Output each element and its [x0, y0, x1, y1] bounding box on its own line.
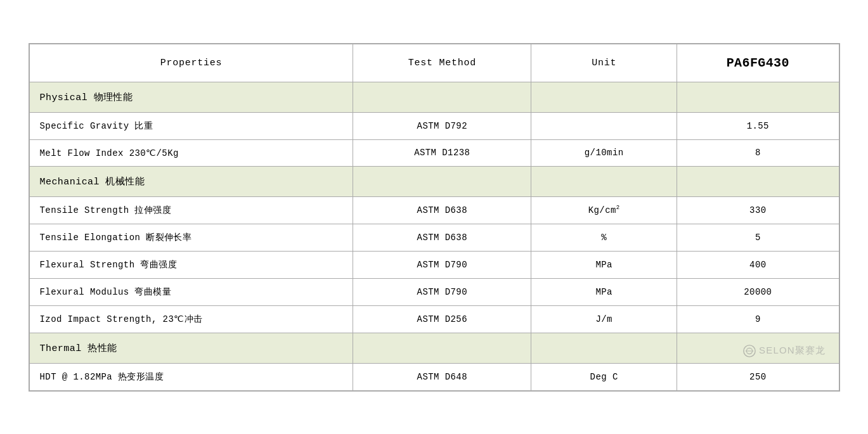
- cell-properties: Physical 物理性能: [29, 82, 353, 112]
- cell-properties: Tensile Strength 拉伸强度: [29, 196, 353, 224]
- cell-testmethod: ASTM D256: [353, 305, 531, 333]
- cell-value: SELON聚赛龙: [677, 333, 839, 363]
- cell-value: 1.55: [677, 112, 839, 139]
- main-table-wrapper: Properties Test Method Unit PA6FG430 Phy…: [29, 43, 840, 392]
- cell-value: 250: [677, 363, 839, 390]
- cell-testmethod: ASTM D790: [353, 251, 531, 278]
- cell-properties: Mechanical 机械性能: [29, 166, 353, 196]
- cell-properties: Flexural Modulus 弯曲模量: [29, 278, 353, 305]
- header-unit: Unit: [531, 44, 677, 82]
- cell-value: 20000: [677, 278, 839, 305]
- cell-testmethod: [353, 166, 531, 196]
- cell-unit: g/10min: [531, 139, 677, 166]
- cell-properties: HDT @ 1.82MPa 热变形温度: [29, 363, 353, 390]
- cell-testmethod: ASTM D648: [353, 363, 531, 390]
- cell-testmethod: ASTM D638: [353, 196, 531, 224]
- cell-unit: MPa: [531, 278, 677, 305]
- table-row: Tensile Strength 拉伸强度ASTM D638Kg/cm2330: [29, 196, 839, 224]
- cell-testmethod: ASTM D1238: [353, 139, 531, 166]
- cell-unit: [531, 166, 677, 196]
- cell-unit: Deg C: [531, 363, 677, 390]
- table-row: Melt Flow Index 230℃/5KgASTM D1238g/10mi…: [29, 139, 839, 166]
- cell-unit: [531, 333, 677, 363]
- header-value: PA6FG430: [677, 44, 839, 82]
- category-row: Thermal 热性能 SELON聚赛龙: [29, 333, 839, 363]
- header-properties: Properties: [29, 44, 353, 82]
- cell-unit: [531, 112, 677, 139]
- cell-value: 330: [677, 196, 839, 224]
- table-row: Flexural Modulus 弯曲模量ASTM D790MPa20000: [29, 278, 839, 305]
- cell-value: [677, 166, 839, 196]
- table-header-row: Properties Test Method Unit PA6FG430: [29, 44, 839, 82]
- svg-point-0: [744, 345, 755, 356]
- cell-properties: Flexural Strength 弯曲强度: [29, 251, 353, 278]
- cell-unit: Kg/cm2: [531, 196, 677, 224]
- cell-value: 9: [677, 305, 839, 333]
- table-row: Specific Gravity 比重ASTM D7921.55: [29, 112, 839, 139]
- table-row: Tensile Elongation 断裂伸长率ASTM D638%5: [29, 224, 839, 251]
- cell-value: [677, 82, 839, 112]
- cell-testmethod: [353, 333, 531, 363]
- category-row: Mechanical 机械性能: [29, 166, 839, 196]
- category-row: Physical 物理性能: [29, 82, 839, 112]
- table-row: Izod Impact Strength, 23℃冲击ASTM D256J/m9: [29, 305, 839, 333]
- cell-unit: J/m: [531, 305, 677, 333]
- cell-value: 5: [677, 224, 839, 251]
- watermark: SELON聚赛龙: [742, 344, 826, 358]
- cell-testmethod: ASTM D792: [353, 112, 531, 139]
- cell-unit: [531, 82, 677, 112]
- cell-value: 400: [677, 251, 839, 278]
- cell-unit: %: [531, 224, 677, 251]
- svg-point-1: [746, 348, 752, 354]
- cell-properties: Specific Gravity 比重: [29, 112, 353, 139]
- table-row: HDT @ 1.82MPa 热变形温度ASTM D648Deg C250: [29, 363, 839, 390]
- cell-testmethod: ASTM D790: [353, 278, 531, 305]
- cell-testmethod: [353, 82, 531, 112]
- cell-testmethod: ASTM D638: [353, 224, 531, 251]
- cell-properties: Izod Impact Strength, 23℃冲击: [29, 305, 353, 333]
- properties-table: Properties Test Method Unit PA6FG430 Phy…: [29, 44, 839, 391]
- cell-properties: Thermal 热性能: [29, 333, 353, 363]
- cell-value: 8: [677, 139, 839, 166]
- cell-properties: Melt Flow Index 230℃/5Kg: [29, 139, 353, 166]
- cell-unit: MPa: [531, 251, 677, 278]
- table-row: Flexural Strength 弯曲强度ASTM D790MPa400: [29, 251, 839, 278]
- header-testmethod: Test Method: [353, 44, 531, 82]
- cell-properties: Tensile Elongation 断裂伸长率: [29, 224, 353, 251]
